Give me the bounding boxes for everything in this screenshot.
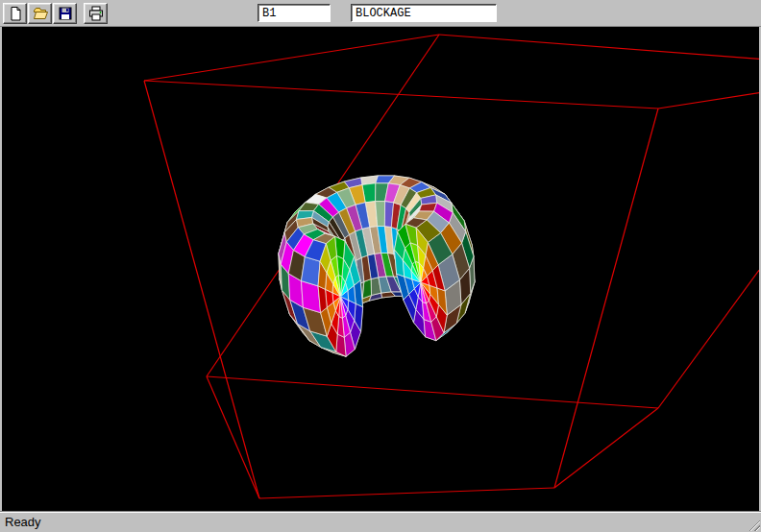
open-file-button[interactable] — [28, 3, 52, 24]
floppy-disk-icon — [58, 6, 73, 21]
printer-icon — [88, 6, 104, 21]
app-window: Ready — [0, 0, 761, 532]
viewport-3d[interactable] — [0, 27, 761, 511]
object-name-field[interactable] — [258, 4, 331, 22]
resize-grip[interactable] — [748, 519, 760, 531]
status-text: Ready — [5, 515, 41, 529]
new-document-button[interactable] — [3, 3, 27, 24]
new-document-icon — [8, 6, 23, 21]
open-folder-icon — [33, 6, 48, 21]
status-bar: Ready — [0, 511, 761, 532]
save-file-button[interactable] — [53, 3, 77, 24]
print-button[interactable] — [84, 3, 108, 24]
viewport-3d-wrap — [0, 27, 761, 511]
toolbar — [0, 0, 761, 27]
object-type-field[interactable] — [351, 4, 497, 22]
